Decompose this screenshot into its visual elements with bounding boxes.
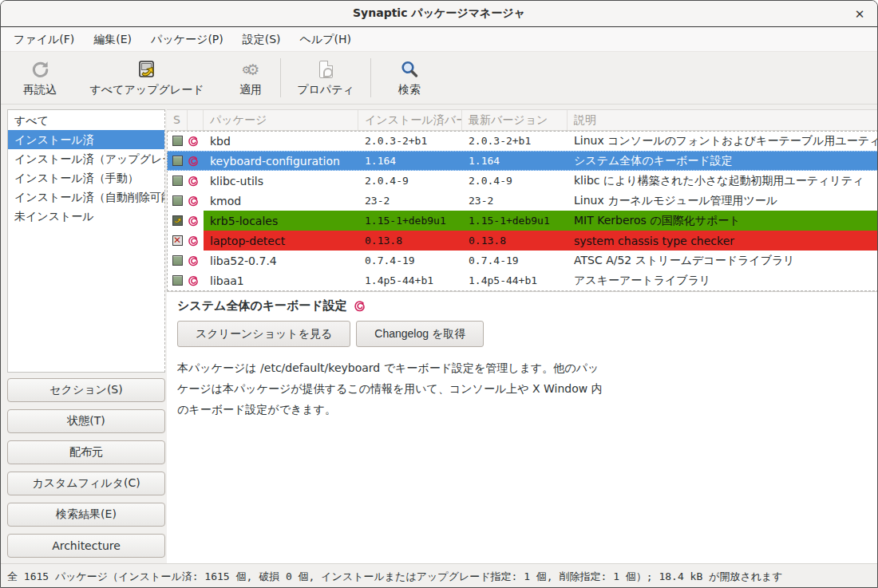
column-latest-version[interactable]: 最新バージョン [462, 110, 568, 130]
upgrade-mark-icon[interactable] [167, 211, 188, 231]
package-name: laptop-detect [204, 231, 358, 251]
architecture-button[interactable]: Architecture [7, 534, 165, 558]
synaptic-window: Synaptic パッケージマネージャ ✕ ファイル(F) 編集(E) パッケー… [0, 0, 878, 588]
details-description: 本パッケージは /etc/default/keyboard でキーボード設定を管… [177, 357, 878, 420]
installed-version: 1.15-1+deb9u1 [358, 211, 462, 231]
menu-settings[interactable]: 設定(S) [233, 30, 291, 50]
view-screenshot-button[interactable]: スクリーンショットを見る [177, 321, 350, 347]
package-pane: S パッケージ インストール済バージョン 最新バージョン 説明 kbd 2.0.… [167, 105, 878, 563]
package-name: keyboard-configuration [204, 151, 358, 171]
table-row[interactable]: libaa1 1.4p5-44+b1 1.4p5-44+b1 アスキーアートライ… [167, 270, 878, 290]
package-description: システム全体のキーボード設定 [568, 151, 878, 171]
filter-list: すべて インストール済 インストール済（アップグレード可） インストール済（手動… [7, 109, 165, 373]
filter-all[interactable]: すべて [8, 111, 164, 130]
filter-installed[interactable]: インストール済 [8, 130, 164, 149]
filter-not-installed[interactable]: 未インストール [8, 207, 164, 226]
table-row[interactable]: liba52-0.7.4 0.7.4-19 0.7.4-19 ATSC A/52… [167, 251, 878, 270]
column-status[interactable]: S [167, 110, 188, 130]
apply-button[interactable]: ⚙⚙ 適用 [221, 52, 280, 104]
installed-checkbox-icon[interactable] [167, 151, 188, 171]
package-table: kbd 2.0.3-2+b1 2.0.3-2+b1 Linux コンソールのフォ… [167, 131, 878, 291]
table-row-selected[interactable]: keyboard-configuration 1.164 1.164 システム全… [167, 151, 878, 171]
debian-swirl-icon [188, 211, 204, 231]
search-results-button[interactable]: 検索結果(E) [7, 503, 165, 527]
package-name: kmod [204, 191, 358, 211]
installed-version: 23-2 [358, 191, 462, 211]
status-text: 全 1615 パッケージ（インストール済: 1615 個, 破損 0 個, イン… [7, 570, 783, 584]
details-pane: システム全体のキーボード設定 スクリーンショットを見る Changelog を取… [167, 291, 878, 563]
package-name: kbd [204, 131, 358, 151]
table-row[interactable]: kbd 2.0.3-2+b1 2.0.3-2+b1 Linux コンソールのフォ… [167, 131, 878, 151]
installed-checkbox-icon[interactable] [167, 191, 188, 211]
latest-version: 1.164 [462, 151, 568, 171]
statusbar: 全 1615 パッケージ（インストール済: 1615 個, 破損 0 個, イン… [1, 563, 877, 588]
custom-filters-button[interactable]: カスタムフィルタ(C) [7, 472, 165, 495]
installed-checkbox-icon[interactable] [167, 131, 188, 151]
debian-swirl-icon [188, 270, 204, 290]
latest-version: 23-2 [462, 191, 568, 211]
column-package[interactable]: パッケージ [204, 110, 358, 130]
menu-edit[interactable]: 編集(E) [84, 30, 141, 50]
latest-version: 0.7.4-19 [462, 251, 568, 270]
debian-swirl-icon [354, 300, 366, 312]
status-button[interactable]: 状態(T) [7, 409, 165, 433]
table-row[interactable]: kmod 23-2 23-2 Linux カーネルモジュール管理用ツール [167, 191, 878, 211]
debian-swirl-icon [188, 231, 204, 251]
description-line: ケージは本パッケージが提供するこの情報を用いて、コンソール上や X Window… [177, 378, 878, 399]
filter-installed-upgradable[interactable]: インストール済（アップグレード可） [8, 149, 164, 168]
upgrade-all-label: すべてアップグレード [90, 83, 204, 97]
sections-button[interactable]: セクション(S) [7, 378, 165, 402]
debian-swirl-icon [188, 191, 204, 211]
installed-version: 1.4p5-44+b1 [358, 270, 462, 290]
menu-help[interactable]: ヘルプ(H) [291, 30, 361, 50]
filter-installed-autoremovable[interactable]: インストール済（自動削除可能） [8, 187, 164, 207]
installed-checkbox-icon[interactable] [167, 270, 188, 290]
titlebar: Synaptic パッケージマネージャ ✕ [1, 1, 877, 27]
column-installed-version[interactable]: インストール済バージョン [358, 110, 462, 130]
upgrade-all-button[interactable]: すべてアップグレード [73, 52, 221, 104]
menubar: ファイル(F) 編集(E) パッケージ(P) 設定(S) ヘルプ(H) [1, 28, 877, 52]
package-description: ATSC A/52 ストリームデコードライブラリ [568, 251, 878, 270]
window-title: Synaptic パッケージマネージャ [353, 6, 525, 21]
search-label: 検索 [398, 83, 421, 97]
package-description: MIT Kerberos の国際化サポート [568, 211, 878, 231]
table-row-marked-removal[interactable]: ✕ laptop-detect 0.13.8 0.13.8 system cha… [167, 231, 878, 251]
properties-label: プロパティ [297, 83, 354, 97]
package-description: Linux カーネルモジュール管理用ツール [568, 191, 878, 211]
table-header: S パッケージ インストール済バージョン 最新バージョン 説明 [167, 109, 878, 131]
column-origin[interactable] [188, 110, 204, 130]
filter-installed-manual[interactable]: インストール済（手動） [8, 168, 164, 187]
latest-version: 2.0.4-9 [462, 171, 568, 191]
installed-version: 2.0.3-2+b1 [358, 131, 462, 151]
debian-swirl-icon [188, 151, 204, 171]
debian-swirl-icon [188, 131, 204, 151]
description-line: のキーボード設定ができます。 [177, 399, 878, 420]
apply-label: 適用 [239, 83, 262, 97]
menu-package[interactable]: パッケージ(P) [141, 30, 233, 50]
origin-button[interactable]: 配布元 [7, 440, 165, 464]
reload-label: 再読込 [23, 83, 57, 97]
removal-mark-icon[interactable]: ✕ [167, 231, 188, 251]
package-description: アスキーアートライブラリ [568, 270, 878, 290]
search-button[interactable]: 検索 [371, 52, 448, 104]
properties-button[interactable]: プロパティ [281, 52, 370, 104]
debian-swirl-icon [188, 171, 204, 191]
menu-file[interactable]: ファイル(F) [4, 30, 84, 50]
apply-gears-icon: ⚙⚙ [242, 58, 260, 81]
package-description: klibc により構築された小さな起動初期用ユーティリティ [568, 171, 878, 191]
installed-checkbox-icon[interactable] [167, 171, 188, 191]
package-name: liba52-0.7.4 [204, 251, 358, 270]
table-row-marked-upgrade[interactable]: krb5-locales 1.15-1+deb9u1 1.15-1+deb9u1… [167, 211, 878, 231]
package-name: klibc-utils [204, 171, 358, 191]
installed-version: 1.164 [358, 151, 462, 171]
reload-icon [30, 58, 50, 81]
installed-checkbox-icon[interactable] [167, 251, 188, 270]
get-changelog-button[interactable]: Changelog を取得 [356, 321, 484, 347]
close-icon[interactable]: ✕ [852, 6, 868, 22]
column-description[interactable]: 説明 [568, 110, 878, 130]
package-name: krb5-locales [204, 211, 358, 231]
table-row[interactable]: klibc-utils 2.0.4-9 2.0.4-9 klibc により構築さ… [167, 171, 878, 191]
toolbar: 再読込 すべてアップグレード ⚙⚙ 適用 プロパティ [1, 52, 877, 105]
reload-button[interactable]: 再読込 [7, 52, 73, 104]
latest-version: 1.4p5-44+b1 [462, 270, 568, 290]
